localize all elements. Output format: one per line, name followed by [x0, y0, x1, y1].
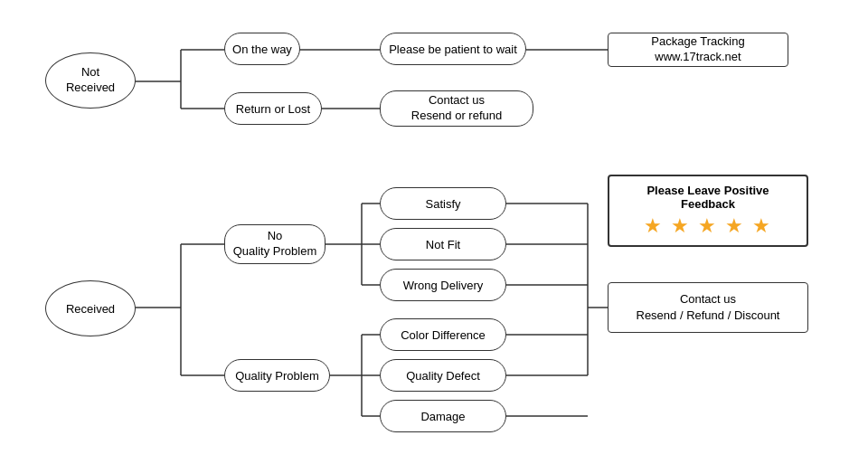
wrong-delivery-node: Wrong Delivery [380, 269, 506, 301]
diagram: Not Received On the way Return or Lost P… [0, 0, 868, 464]
not-fit-node: Not Fit [380, 228, 506, 260]
on-the-way-node: On the way [224, 33, 300, 65]
quality-defect-node: Quality Defect [380, 359, 506, 392]
return-or-lost-node: Return or Lost [224, 92, 322, 125]
no-quality-problem-node: No Quality Problem [224, 224, 326, 264]
patient-wait-node: Please be patient to wait [380, 33, 526, 65]
color-difference-node: Color Difference [380, 318, 506, 351]
feedback-box: Please Leave Positive Feedback ★ ★ ★ ★ ★ [608, 175, 808, 247]
not-received-node: Not Received [45, 52, 136, 109]
contact-resend-refund-node: Contact us Resend or refund [380, 90, 533, 127]
package-tracking-node: Package Tracking www.17track.net [608, 33, 788, 67]
feedback-label: Please Leave Positive Feedback [620, 184, 796, 211]
quality-problem-node: Quality Problem [224, 359, 330, 392]
feedback-stars: ★ ★ ★ ★ ★ [620, 214, 796, 238]
received-node: Received [45, 280, 136, 336]
satisfy-node: Satisfy [380, 187, 506, 220]
damage-node: Damage [380, 400, 506, 432]
contact-resend-discount-node: Contact us Resend / Refund / Discount [608, 282, 808, 333]
